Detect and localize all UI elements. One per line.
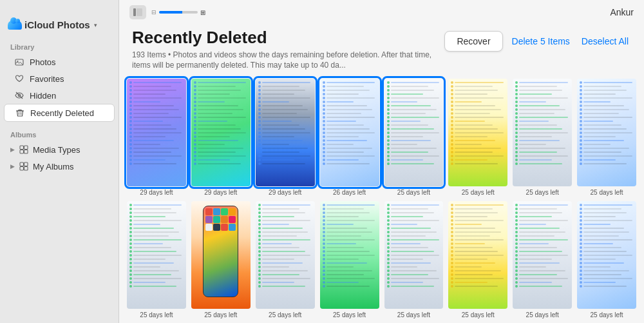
main-content: ⊟ ⊞ Ankur Recently Deleted 193 Items • P… [119,0,644,323]
photo-item[interactable]: 25 days left [448,201,507,318]
photo-days-label: 25 days left [140,311,173,318]
photo-item[interactable]: 25 days left [513,201,572,318]
photo-item[interactable]: 25 days left [320,201,379,318]
app-header: iCloud Photos ▾ [0,19,118,41]
photo-days-label: 25 days left [397,189,430,196]
photo-thumbnail[interactable] [191,79,251,186]
photo-item[interactable]: 25 days left [384,79,444,196]
photo-grid: 29 days left [119,73,644,323]
top-bar-left: ⊟ ⊞ [129,5,205,19]
photo-days-label: 25 days left [462,189,495,196]
photo-thumbnail[interactable] [127,79,186,186]
hidden-icon [14,90,24,101]
photo-item[interactable]: 25 days left [127,201,186,318]
photo-days-label: 29 days left [140,189,173,196]
svg-rect-10 [20,162,24,166]
app-name: iCloud Photos [24,19,90,30]
page-title-section: Recently Deleted 193 Items • Photos and … [132,28,444,71]
photo-item[interactable]: 26 days left [320,79,379,196]
app-logo[interactable]: iCloud Photos ▾ [8,19,97,30]
photo-thumbnail[interactable] [577,79,636,186]
photo-thumbnail[interactable] [256,201,315,309]
photo-days-label: 25 days left [269,311,301,318]
recover-button[interactable]: Recover [444,31,502,52]
library-section-label: Library [0,41,118,54]
photo-days-label: 26 days left [333,189,366,196]
media-types-icon [19,144,29,155]
photo-item[interactable]: 25 days left [577,79,636,196]
delete-button[interactable]: Delete 5 Items [509,32,573,51]
sidebar-item-favorites-label: Favorites [30,74,64,84]
view-toggle[interactable] [129,5,146,19]
photo-days-label: 25 days left [462,311,495,318]
photo-days-label: 25 days left [590,189,623,196]
top-bar: ⊟ ⊞ Ankur [119,0,644,22]
photo-item[interactable]: 25 days left [513,79,572,196]
photo-thumbnail[interactable] [448,201,507,309]
sidebar-toggle-button[interactable] [131,6,145,18]
trash-icon [15,108,25,118]
photos-icon [14,57,24,67]
page-subtitle: 193 Items • Photos and videos show the d… [132,50,444,72]
svg-rect-14 [133,8,136,16]
photo-days-label: 25 days left [526,189,559,196]
icloud-icon [8,21,22,30]
zoom-in-icon: ⊞ [200,9,205,16]
sidebar-item-media-types-label: Media Types [33,145,80,155]
media-types-arrow: ▶ [10,146,15,153]
photo-days-label: 25 days left [526,311,559,318]
photo-thumbnail[interactable] [577,201,636,309]
photo-item[interactable]: 25 days left [384,201,444,318]
albums-section-label: Albums [0,128,118,141]
sidebar-item-photos-label: Photos [30,57,55,67]
photo-thumbnail[interactable] [513,79,572,186]
photo-thumbnail[interactable] [320,201,379,309]
header-actions: Recover Delete 5 Items Deselect All [444,28,631,52]
photo-item[interactable]: 29 days left [191,79,251,196]
svg-rect-15 [137,8,142,16]
zoom-slider[interactable] [159,11,198,14]
photo-days-label: 25 days left [397,311,430,318]
photo-days-label: 29 days left [269,189,301,196]
zoom-slider-container: ⊟ ⊞ [151,9,205,16]
deselect-all-button[interactable]: Deselect All [579,32,631,51]
photo-thumbnail[interactable] [384,79,444,186]
photo-item[interactable]: 25 days left [577,201,636,318]
photo-item[interactable]: 25 days left [191,201,251,318]
photo-thumbnail[interactable] [320,79,379,186]
page-header: Recently Deleted 193 Items • Photos and … [119,22,644,73]
my-albums-arrow: ▶ [10,163,15,170]
photo-days-label: 29 days left [204,189,237,196]
photo-item[interactable]: 25 days left [448,79,507,196]
photo-thumbnail[interactable] [256,79,315,186]
svg-rect-6 [20,146,24,150]
sidebar-item-my-albums-label: My Albums [33,162,74,171]
sidebar-item-hidden[interactable]: Hidden [4,87,115,104]
photo-thumbnail[interactable] [191,201,251,309]
svg-rect-11 [24,162,28,166]
photo-item[interactable]: 29 days left [127,79,186,196]
sidebar-item-recently-deleted[interactable]: Recently Deleted [4,104,115,122]
sidebar-item-recently-deleted-label: Recently Deleted [30,108,94,118]
chevron-down-icon: ▾ [94,22,97,28]
my-albums-icon [19,161,29,171]
photo-thumbnail[interactable] [513,201,572,309]
svg-rect-13 [24,167,28,171]
photo-thumbnail[interactable] [127,201,186,309]
sidebar-item-media-types[interactable]: ▶ Media Types [0,141,118,158]
photo-item[interactable]: 25 days left [256,201,315,318]
photo-thumbnail[interactable] [448,79,507,186]
photo-days-label: 25 days left [590,311,623,318]
sidebar: iCloud Photos ▾ Library Photos Favorites [0,0,119,323]
photo-days-label: 25 days left [204,311,237,318]
sidebar-item-photos[interactable]: Photos [4,54,115,70]
svg-rect-8 [20,150,24,154]
user-name: Ankur [610,7,634,17]
sidebar-item-favorites[interactable]: Favorites [4,70,115,87]
photo-item[interactable]: 29 days left [256,79,315,196]
zoom-out-icon: ⊟ [151,9,156,15]
sidebar-item-hidden-label: Hidden [30,91,56,101]
photo-thumbnail[interactable] [384,201,444,309]
sidebar-item-my-albums[interactable]: ▶ My Albums [0,158,118,175]
top-bar-right: Ankur [610,7,634,17]
